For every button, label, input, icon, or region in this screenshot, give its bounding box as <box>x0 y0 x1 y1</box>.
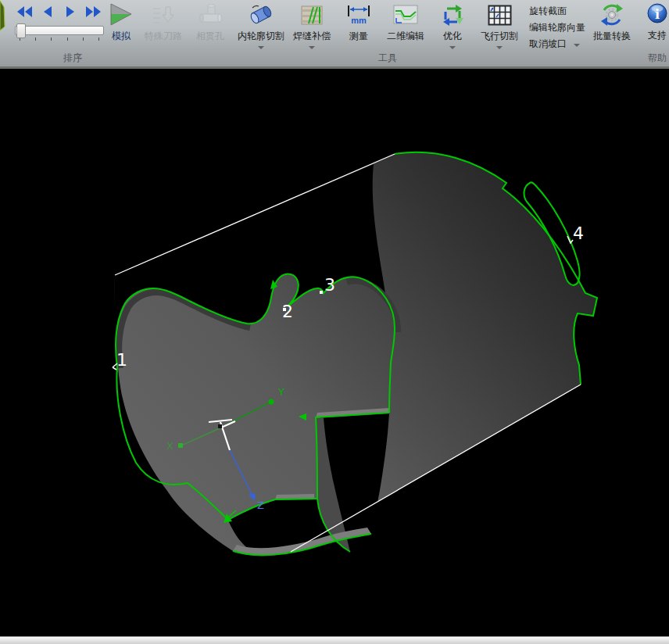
edit-2d-button[interactable]: 二维编辑 <box>382 0 429 43</box>
step-back-button[interactable] <box>39 5 56 18</box>
dropdown-arrow-icon <box>574 44 580 47</box>
measure-button[interactable]: mm 测量 <box>335 0 382 43</box>
simulate-button[interactable]: 模拟 <box>107 2 135 43</box>
button-label: 特殊刀路 <box>145 30 182 43</box>
simulate-label: 模拟 <box>112 30 131 43</box>
support-button[interactable]: i 支持 <box>640 0 669 42</box>
ribbon-group-sort: 模拟 排序 <box>9 0 137 66</box>
step-forward-button[interactable] <box>62 5 79 18</box>
dropdown-arrow-icon[interactable] <box>258 46 264 49</box>
part-marker-2 <box>283 308 286 311</box>
status-bar <box>0 636 669 644</box>
group-label-help: 帮助 <box>639 52 669 65</box>
rotate-section-button[interactable]: 旋转截面 <box>529 3 585 20</box>
axis-y-label: Y <box>277 386 284 398</box>
dropdown-arrow-icon[interactable] <box>207 46 213 49</box>
refresh-gear-icon <box>599 2 625 27</box>
button-label: 二维编辑 <box>387 30 424 43</box>
axis-x-marker <box>178 443 183 448</box>
ruler-mm-icon: mm <box>346 2 371 27</box>
group-label-tools: 工具 <box>138 52 637 65</box>
part-label-2: 2 <box>282 302 293 321</box>
pipe-tee-icon <box>199 2 222 27</box>
part-label-4: 4 <box>573 224 584 243</box>
contour-text-buttons: 旋转截面 编辑轮廓向量 取消坡口 <box>523 0 589 52</box>
grid-icon <box>488 2 512 27</box>
batch-convert-button[interactable]: 批量转换 <box>589 0 635 43</box>
double-right-arrow-icon <box>85 6 101 17</box>
simulation-playback-controls <box>10 5 107 18</box>
cutoff-icon-sliver <box>0 0 7 66</box>
part-label-3: 3 <box>324 275 335 295</box>
group-label-sort: 排序 <box>9 52 137 65</box>
profile-2d-icon <box>393 2 418 27</box>
axis-x-label: X <box>166 440 174 452</box>
viewport-canvas[interactable]: X Y Z 1 2 3 4 <box>0 69 669 636</box>
button-label: 编辑轮廓向量 <box>529 21 585 34</box>
axis-z-label: Z <box>257 499 264 511</box>
step-last-button[interactable] <box>84 5 102 18</box>
slider-handle[interactable] <box>16 23 26 38</box>
right-arrow-icon <box>66 6 75 17</box>
cylinder-icon <box>248 2 274 27</box>
simulation-progress-slider[interactable] <box>15 26 104 35</box>
info-icon: i <box>646 2 668 25</box>
clipped-tool-icon <box>0 1 5 30</box>
special-toolpath-icon <box>152 2 175 27</box>
optimize-button[interactable]: 优化 <box>429 0 476 49</box>
part-label-1: 1 <box>116 350 127 370</box>
loop-arrows-icon <box>442 2 464 27</box>
button-label: 旋转截面 <box>529 5 567 18</box>
intersect-hole-button: 相贯孔 <box>187 0 234 49</box>
button-label: 取消坡口 <box>529 38 567 51</box>
edit-contour-vector-button[interactable]: 编辑轮廓向量 <box>529 20 585 36</box>
button-label: 焊缝补偿 <box>293 30 331 43</box>
axis-y-marker <box>269 399 274 405</box>
dropdown-arrow-icon[interactable] <box>496 46 503 49</box>
ribbon-group-tools: 特殊刀路 相贯孔 <box>138 0 637 66</box>
origin-point <box>218 424 222 428</box>
cancel-bevel-button[interactable]: 取消坡口 <box>529 36 585 52</box>
svg-text:mm: mm <box>351 16 367 25</box>
ribbon-toolbar: 模拟 排序 特殊刀路 <box>0 0 669 69</box>
weld-compensation-button[interactable]: 焊缝补偿 <box>288 0 335 49</box>
step-first-button[interactable] <box>16 5 34 18</box>
svg-text:i: i <box>655 7 660 22</box>
button-label: 飞行切割 <box>481 30 518 43</box>
button-label: 测量 <box>349 30 368 43</box>
inner-contour-cut-button[interactable]: 内轮廓切割 <box>234 0 288 49</box>
viewport-3d[interactable]: X Y Z 1 2 3 4 <box>0 69 669 636</box>
part-marker-3 <box>320 291 323 294</box>
button-label: 优化 <box>443 30 462 43</box>
button-label: 内轮廓切割 <box>238 30 284 43</box>
button-label: 相贯孔 <box>196 30 224 43</box>
left-arrow-icon <box>43 6 52 17</box>
double-left-arrow-icon <box>17 6 33 17</box>
ribbon-group-help: i 支持 帮助 <box>639 0 669 66</box>
special-toolpath-button: 特殊刀路 <box>140 0 187 43</box>
weld-seam-icon <box>301 2 323 27</box>
slider-ticks <box>20 38 99 41</box>
dropdown-arrow-icon[interactable] <box>309 46 315 49</box>
button-label: 批量转换 <box>593 30 631 43</box>
play-icon <box>107 2 135 26</box>
dropdown-arrow-icon[interactable] <box>449 46 456 49</box>
flying-cut-button[interactable]: 飞行切割 <box>476 0 523 49</box>
support-label: 支持 <box>648 29 667 42</box>
